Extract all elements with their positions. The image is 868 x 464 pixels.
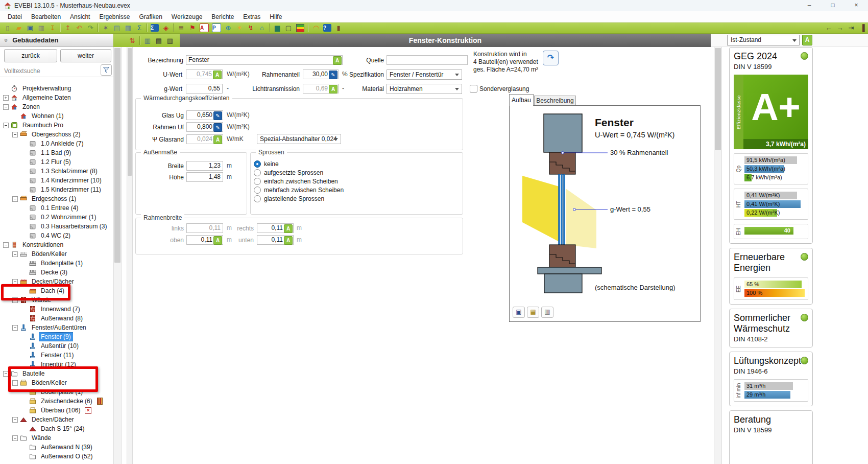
tree-item-zonen[interactable]: Zonen: [0, 102, 113, 111]
tree-item-label[interactable]: Böden/Keller: [30, 378, 69, 387]
tree-item-label[interactable]: Außenwand O (52): [39, 452, 94, 461]
menu-grafiken[interactable]: Grafiken: [134, 11, 166, 22]
roof-icon[interactable]: ◠: [310, 23, 322, 33]
main-scrollbar[interactable]: [714, 47, 722, 464]
tree-item-projektverwaltung[interactable]: Projektverwaltung: [0, 84, 113, 93]
tree-item-label[interactable]: Decken/Dächer: [30, 277, 76, 286]
open-icon[interactable]: ▰: [13, 23, 25, 33]
tree-item-außenwand-o-52[interactable]: Außenwand O (52): [0, 452, 113, 461]
g-wert-input[interactable]: 0,55: [186, 84, 223, 94]
tree-item-label[interactable]: Böden/Keller: [30, 249, 69, 259]
back-icon[interactable]: ←: [823, 23, 834, 33]
undo-icon[interactable]: ↶: [74, 23, 85, 33]
report-icon[interactable]: ▤: [111, 23, 123, 33]
menu-berichte[interactable]: Berichte: [207, 11, 238, 22]
redo-icon[interactable]: ↷: [85, 23, 96, 33]
tree-item-label[interactable]: Innentür (12): [39, 360, 78, 369]
monitor-icon[interactable]: ▢: [283, 23, 294, 33]
tree-item-wände[interactable]: Wände: [0, 295, 113, 305]
tree-item-label[interactable]: Bodenplatte (1): [39, 387, 85, 397]
breite-input[interactable]: 1,23: [186, 161, 223, 171]
tree-item-bauteile[interactable]: Bauteile: [0, 369, 113, 378]
menu-hilfe[interactable]: Hilfe: [265, 11, 286, 22]
tab-beschreibung[interactable]: Beschreibung: [534, 96, 576, 106]
tree-item-label[interactable]: Außenwand N (39): [39, 443, 94, 452]
rahmen-uf-input[interactable]: 0,800 ✎: [186, 122, 223, 132]
tree-item-decken-dächer[interactable]: Decken/Dächer: [0, 277, 113, 286]
minimize-button[interactable]: –: [798, 0, 821, 11]
tree-item-label[interactable]: Überbau (106): [39, 406, 82, 415]
sidebar-scroll-thumb[interactable]: [114, 48, 120, 263]
tree-item-label[interactable]: 0.1 Entree (4): [39, 203, 80, 213]
collapse-icon[interactable]: [12, 132, 18, 137]
tree-item-wände[interactable]: Wände: [0, 433, 113, 443]
import-icon[interactable]: ↧: [47, 23, 58, 33]
tree-item-1-1-bad-9[interactable]: 1.1 Bad (9): [0, 148, 113, 157]
menu-extras[interactable]: Extras: [238, 11, 265, 22]
tree-item-innentür-12[interactable]: Innentür (12): [0, 360, 113, 369]
tree-item-label[interactable]: 1.1 Bad (9): [39, 148, 73, 157]
lightning-icon[interactable]: ↯: [245, 23, 256, 33]
radio-icon[interactable]: [254, 187, 261, 194]
sprossen-option-aufgesetzte-sprossen[interactable]: aufgesetzte Sprossen: [251, 168, 463, 177]
tree-item-label[interactable]: 1.4 Kinderzimmer (10): [39, 176, 104, 185]
radio-icon[interactable]: [254, 195, 261, 202]
u-wert-input[interactable]: 0,745 A: [186, 69, 223, 79]
menu-ergebnisse[interactable]: Ergebnisse: [94, 11, 134, 22]
collapse-icon[interactable]: [12, 297, 18, 303]
tree-item-label[interactable]: 1.5 Kinderzimmer (11): [39, 185, 103, 194]
tree-item-fenster-9[interactable]: Fenster (9): [0, 332, 113, 341]
filter-button[interactable]: [101, 64, 112, 76]
radio-icon[interactable]: [254, 169, 261, 176]
quelle-input[interactable]: [387, 55, 468, 65]
sonderverglasung-checkbox[interactable]: [470, 85, 477, 92]
tree-item-böden-keller[interactable]: Böden/Keller: [0, 249, 113, 259]
compare-icon[interactable]: ⇅: [127, 36, 138, 45]
tree-item-label[interactable]: Raumbuch Pro: [20, 121, 65, 130]
tree-item-label[interactable]: Zwischendecke (6): [39, 397, 94, 406]
radio-icon[interactable]: [254, 160, 261, 168]
close-button[interactable]: ×: [845, 0, 868, 11]
tree-item-zwischendecke-6[interactable]: Zwischendecke (6): [0, 397, 113, 406]
save-image-button[interactable]: ▣: [513, 307, 525, 318]
tree-item-label[interactable]: 1.3 Schlafzimmer (8): [39, 167, 100, 176]
tree-item-label[interactable]: 0.3 Hausarbeitsraum (3): [39, 222, 109, 231]
tree-item-böden-keller[interactable]: Böden/Keller: [0, 378, 113, 387]
tree-item-1-5-kinderzimmer-11[interactable]: 1.5 Kinderzimmer (11): [0, 185, 113, 194]
radio-icon[interactable]: [254, 178, 261, 185]
sprossen-option-mehrfach-zwischen-scheiben[interactable]: mehrfach zwischen Scheiben: [251, 185, 463, 194]
flag-icon[interactable]: ⚑: [187, 23, 198, 33]
unten-input[interactable]: 0,11 A: [257, 235, 294, 245]
tree-item-label[interactable]: Decken/Dächer: [30, 415, 76, 424]
tree-item-fenster-11[interactable]: Fenster (11): [0, 351, 113, 360]
tree-item-label[interactable]: 0.4 WC (2): [39, 231, 73, 240]
auto-badge-icon[interactable]: A: [284, 236, 293, 245]
auto-badge-icon[interactable]: A: [213, 71, 222, 79]
auto-badge-icon[interactable]: A: [213, 135, 222, 144]
tree-item-label[interactable]: Erdgeschoss (1): [30, 194, 78, 203]
tree-item-wohnen-1[interactable]: Wohnen (1): [0, 111, 113, 121]
sprossen-option-keine[interactable]: keine: [251, 159, 463, 168]
tree-item-1-2-flur-5[interactable]: 1.2 Flur (5): [0, 157, 113, 167]
back-button[interactable]: zurück: [4, 49, 57, 62]
sum-icon[interactable]: Σ: [134, 23, 145, 33]
collapse-icon[interactable]: [12, 435, 18, 441]
spezifikation-select[interactable]: Fenster / Fenstertür: [387, 69, 462, 80]
rechts-input[interactable]: 0,11 A: [257, 223, 294, 233]
state-select[interactable]: Ist-Zustand: [727, 35, 800, 45]
copy-clipboard-button[interactable]: ▦: [527, 307, 539, 318]
tree-item-label[interactable]: Fenster (11): [39, 351, 76, 360]
menu-werkzeuge[interactable]: Werkzeuge: [167, 11, 207, 22]
sidebar-header[interactable]: » Gebäudedaten: [0, 34, 113, 47]
glasrand-input[interactable]: 0,024 A: [186, 134, 223, 144]
tab-aufbau[interactable]: Aufbau: [509, 94, 534, 106]
tree-item-allgemeine-daten[interactable]: Allgemeine Daten: [0, 93, 113, 102]
tree-item-label[interactable]: Außenwand (8): [39, 314, 85, 323]
tree-item-label[interactable]: Bodenplatte (1): [39, 259, 85, 268]
sun-icon[interactable]: ☀: [234, 23, 245, 33]
bezeichnung-input[interactable]: Fenster A: [186, 55, 343, 65]
tree-item-label[interactable]: Fenster/Außentüren: [30, 323, 88, 332]
tree-item-1-0-ankleide-7[interactable]: 1.0 Ankleide (7): [0, 139, 113, 148]
collapse-icon[interactable]: [12, 380, 18, 386]
material-select[interactable]: Holzrahmen: [387, 84, 462, 94]
